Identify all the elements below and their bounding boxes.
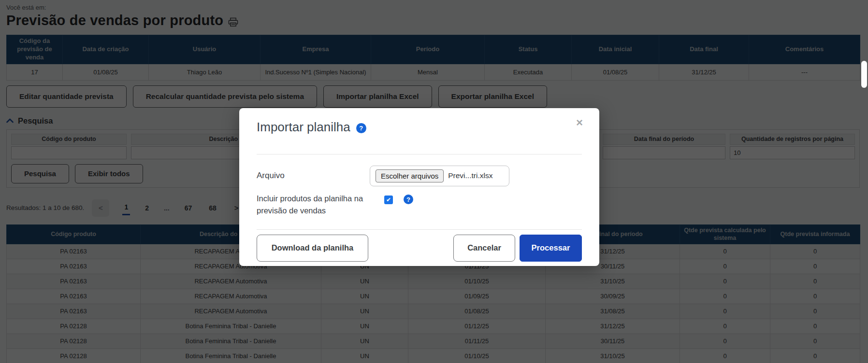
vertical-scrollbar-thumb[interactable] (861, 61, 867, 88)
file-input[interactable]: Escolher arquivos Previ...tri.xlsx (370, 166, 509, 186)
download-spreadsheet-button[interactable]: Download da planilha (257, 235, 368, 262)
process-button[interactable]: Processar (520, 235, 582, 262)
cancel-button[interactable]: Cancelar (453, 235, 515, 262)
selected-file-name: Previ...tri.xlsx (448, 171, 492, 180)
help-icon[interactable]: ? (356, 123, 366, 133)
import-spreadsheet-modal: × Importar planilha ? Arquivo Escolher a… (239, 108, 599, 266)
close-icon[interactable]: × (576, 117, 583, 128)
include-products-checkbox[interactable]: ✔ (384, 195, 393, 204)
help-icon[interactable]: ? (404, 195, 413, 204)
choose-files-button[interactable]: Escolher arquivos (376, 169, 444, 182)
include-products-label: Incluir produtos da planilha na previsão… (257, 193, 370, 217)
file-field-label: Arquivo (257, 171, 370, 181)
modal-title: Importar planilha (257, 120, 350, 135)
divider (257, 229, 582, 230)
divider (257, 154, 582, 154)
page: Você está em: Previsão de vendas por pro… (0, 0, 868, 363)
